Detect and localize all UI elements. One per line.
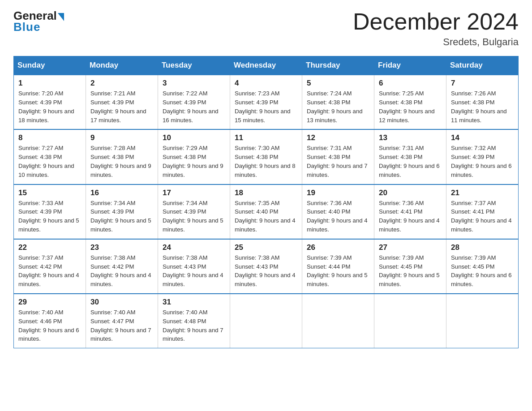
day-number: 4 [235,79,297,88]
day-info: Sunrise: 7:40 AMSunset: 4:48 PMDaylight:… [163,308,225,343]
day-number: 8 [18,133,81,142]
calendar-cell: 11Sunrise: 7:30 AMSunset: 4:38 PMDayligh… [230,129,302,184]
day-number: 12 [307,133,369,142]
calendar-week-row: 15Sunrise: 7:33 AMSunset: 4:39 PMDayligh… [14,184,519,239]
day-number: 18 [235,188,297,197]
day-info: Sunrise: 7:34 AMSunset: 4:39 PMDaylight:… [163,199,225,234]
day-number: 9 [90,133,153,142]
calendar-cell: 29Sunrise: 7:40 AMSunset: 4:46 PMDayligh… [14,294,86,348]
day-number: 3 [163,79,225,88]
calendar-cell: 27Sunrise: 7:39 AMSunset: 4:45 PMDayligh… [374,239,446,294]
day-info: Sunrise: 7:24 AMSunset: 4:38 PMDaylight:… [307,89,369,124]
page-header: General Blue December 2024 Sredets, Bulg… [13,9,519,48]
day-number: 1 [18,79,81,88]
day-info: Sunrise: 7:21 AMSunset: 4:39 PMDaylight:… [90,89,153,124]
calendar-cell: 20Sunrise: 7:36 AMSunset: 4:41 PMDayligh… [374,184,446,239]
calendar-cell: 28Sunrise: 7:39 AMSunset: 4:45 PMDayligh… [446,239,519,294]
calendar-cell: 3Sunrise: 7:22 AMSunset: 4:39 PMDaylight… [158,75,230,129]
day-number: 2 [90,79,153,88]
day-info: Sunrise: 7:26 AMSunset: 4:38 PMDaylight:… [451,89,514,124]
day-number: 23 [90,243,153,252]
weekday-header-sunday: Sunday [14,56,86,75]
calendar-cell: 17Sunrise: 7:34 AMSunset: 4:39 PMDayligh… [158,184,230,239]
calendar-cell: 13Sunrise: 7:31 AMSunset: 4:38 PMDayligh… [374,129,446,184]
day-info: Sunrise: 7:22 AMSunset: 4:39 PMDaylight:… [163,89,225,124]
day-info: Sunrise: 7:27 AMSunset: 4:38 PMDaylight:… [18,144,81,179]
day-number: 20 [379,188,442,197]
day-info: Sunrise: 7:32 AMSunset: 4:39 PMDaylight:… [451,144,514,179]
calendar-cell: 4Sunrise: 7:23 AMSunset: 4:39 PMDaylight… [230,75,302,129]
calendar-cell [446,294,519,348]
calendar-week-row: 29Sunrise: 7:40 AMSunset: 4:46 PMDayligh… [14,294,519,348]
day-info: Sunrise: 7:31 AMSunset: 4:38 PMDaylight:… [379,144,442,179]
calendar-cell [374,294,446,348]
day-info: Sunrise: 7:37 AMSunset: 4:41 PMDaylight:… [451,199,514,234]
calendar-cell: 30Sunrise: 7:40 AMSunset: 4:47 PMDayligh… [86,294,158,348]
day-number: 30 [90,298,153,307]
day-number: 25 [235,243,297,252]
calendar-cell: 23Sunrise: 7:38 AMSunset: 4:42 PMDayligh… [86,239,158,294]
weekday-header-thursday: Thursday [302,56,374,75]
day-info: Sunrise: 7:36 AMSunset: 4:40 PMDaylight:… [307,199,369,234]
calendar-week-row: 1Sunrise: 7:20 AMSunset: 4:39 PMDaylight… [14,75,519,129]
calendar-week-row: 8Sunrise: 7:27 AMSunset: 4:38 PMDaylight… [14,129,519,184]
month-title: December 2024 [353,9,519,34]
day-info: Sunrise: 7:40 AMSunset: 4:46 PMDaylight:… [18,308,81,343]
logo-arrow-icon [58,13,64,21]
day-info: Sunrise: 7:29 AMSunset: 4:38 PMDaylight:… [163,144,225,179]
day-number: 26 [307,243,369,252]
day-number: 5 [307,79,369,88]
day-info: Sunrise: 7:40 AMSunset: 4:47 PMDaylight:… [90,308,153,343]
day-number: 14 [451,133,514,142]
day-info: Sunrise: 7:36 AMSunset: 4:41 PMDaylight:… [379,199,442,234]
calendar-cell: 8Sunrise: 7:27 AMSunset: 4:38 PMDaylight… [14,129,86,184]
calendar-week-row: 22Sunrise: 7:37 AMSunset: 4:42 PMDayligh… [14,239,519,294]
day-number: 6 [379,79,442,88]
weekday-header-wednesday: Wednesday [230,56,302,75]
day-info: Sunrise: 7:38 AMSunset: 4:43 PMDaylight:… [163,253,225,289]
day-number: 28 [451,243,514,252]
calendar-cell [230,294,302,348]
title-block: December 2024 Sredets, Bulgaria [353,9,519,48]
calendar-cell: 25Sunrise: 7:38 AMSunset: 4:43 PMDayligh… [230,239,302,294]
day-number: 17 [163,188,225,197]
calendar-cell: 22Sunrise: 7:37 AMSunset: 4:42 PMDayligh… [14,239,86,294]
day-info: Sunrise: 7:34 AMSunset: 4:39 PMDaylight:… [90,199,153,234]
day-info: Sunrise: 7:37 AMSunset: 4:42 PMDaylight:… [18,253,81,289]
weekday-header-saturday: Saturday [446,56,519,75]
day-number: 31 [163,298,225,307]
day-number: 11 [235,133,297,142]
calendar-cell: 24Sunrise: 7:38 AMSunset: 4:43 PMDayligh… [158,239,230,294]
calendar-cell: 18Sunrise: 7:35 AMSunset: 4:40 PMDayligh… [230,184,302,239]
calendar-cell: 6Sunrise: 7:25 AMSunset: 4:38 PMDaylight… [374,75,446,129]
location: Sredets, Bulgaria [353,36,519,48]
day-info: Sunrise: 7:33 AMSunset: 4:39 PMDaylight:… [18,199,81,234]
weekday-header-tuesday: Tuesday [158,56,230,75]
day-number: 16 [90,188,153,197]
day-number: 13 [379,133,442,142]
calendar-cell: 10Sunrise: 7:29 AMSunset: 4:38 PMDayligh… [158,129,230,184]
day-info: Sunrise: 7:39 AMSunset: 4:45 PMDaylight:… [451,253,514,289]
calendar-cell: 19Sunrise: 7:36 AMSunset: 4:40 PMDayligh… [302,184,374,239]
weekday-header-monday: Monday [86,56,158,75]
day-info: Sunrise: 7:31 AMSunset: 4:38 PMDaylight:… [307,144,369,179]
day-info: Sunrise: 7:28 AMSunset: 4:38 PMDaylight:… [90,144,153,179]
day-number: 22 [18,243,81,252]
calendar-cell: 5Sunrise: 7:24 AMSunset: 4:38 PMDaylight… [302,75,374,129]
calendar-cell: 2Sunrise: 7:21 AMSunset: 4:39 PMDaylight… [86,75,158,129]
day-number: 24 [163,243,225,252]
logo-blue-text: Blue [13,20,40,34]
day-number: 27 [379,243,442,252]
day-number: 15 [18,188,81,197]
day-info: Sunrise: 7:39 AMSunset: 4:45 PMDaylight:… [379,253,442,289]
day-number: 7 [451,79,514,88]
day-info: Sunrise: 7:30 AMSunset: 4:38 PMDaylight:… [235,144,297,179]
day-number: 29 [18,298,81,307]
calendar-cell: 15Sunrise: 7:33 AMSunset: 4:39 PMDayligh… [14,184,86,239]
calendar-cell: 16Sunrise: 7:34 AMSunset: 4:39 PMDayligh… [86,184,158,239]
calendar-cell: 31Sunrise: 7:40 AMSunset: 4:48 PMDayligh… [158,294,230,348]
day-info: Sunrise: 7:20 AMSunset: 4:39 PMDaylight:… [18,89,81,124]
calendar-cell [302,294,374,348]
day-info: Sunrise: 7:23 AMSunset: 4:39 PMDaylight:… [235,89,297,124]
day-info: Sunrise: 7:39 AMSunset: 4:44 PMDaylight:… [307,253,369,289]
